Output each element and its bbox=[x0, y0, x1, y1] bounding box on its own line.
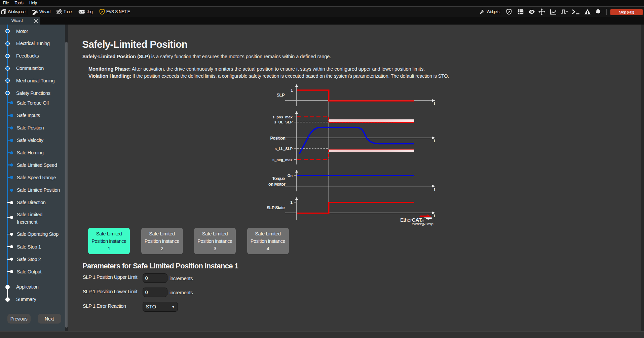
svg-text:on Motor: on Motor bbox=[268, 182, 286, 187]
svg-text:Technology Group: Technology Group bbox=[411, 222, 433, 226]
svg-text:s_UL_SLP: s_UL_SLP bbox=[274, 120, 293, 124]
svg-text:Position: Position bbox=[270, 136, 286, 141]
svg-text:s_neg_max: s_neg_max bbox=[272, 158, 293, 162]
svg-text:s_LL_SLP: s_LL_SLP bbox=[275, 147, 293, 151]
svg-text:t: t bbox=[434, 101, 435, 106]
svg-text:SLP State: SLP State bbox=[267, 205, 285, 210]
svg-text:s_pos_max: s_pos_max bbox=[272, 115, 293, 119]
svg-text:On: On bbox=[288, 174, 293, 178]
svg-text:SLP: SLP bbox=[277, 92, 285, 98]
svg-text:Torque: Torque bbox=[272, 176, 285, 181]
svg-text:t: t bbox=[434, 214, 435, 218]
svg-text:1: 1 bbox=[291, 88, 293, 93]
svg-text:t: t bbox=[434, 139, 435, 143]
svg-text:1: 1 bbox=[290, 200, 293, 205]
svg-text:t: t bbox=[434, 187, 435, 192]
